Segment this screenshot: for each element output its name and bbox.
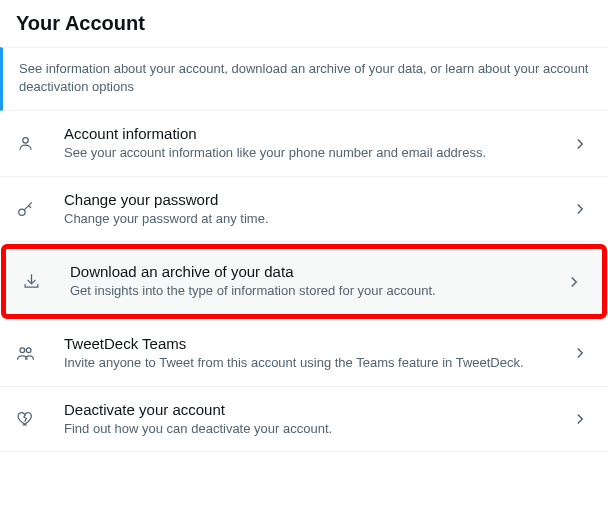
item-desc: See your account information like your p… — [64, 144, 558, 162]
page-header: Your Account — [0, 0, 608, 47]
page-title: Your Account — [16, 12, 592, 35]
item-title: Deactivate your account — [64, 401, 558, 418]
item-tweetdeck-teams[interactable]: TweetDeck Teams Invite anyone to Tweet f… — [0, 321, 608, 387]
highlight-box: Download an archive of your data Get ins… — [1, 244, 607, 319]
chevron-right-icon — [562, 273, 586, 291]
intro-box: See information about your account, down… — [0, 47, 608, 111]
chevron-right-icon — [568, 410, 592, 428]
item-title: TweetDeck Teams — [64, 335, 558, 352]
item-desc: Find out how you can deactivate your acc… — [64, 420, 558, 438]
item-text: Deactivate your account Find out how you… — [64, 401, 568, 438]
item-title: Change your password — [64, 191, 558, 208]
people-icon — [16, 344, 64, 363]
item-download-archive[interactable]: Download an archive of your data Get ins… — [6, 249, 602, 314]
item-text: Account information See your account inf… — [64, 125, 568, 162]
chevron-right-icon — [568, 344, 592, 362]
heartbreak-icon — [16, 409, 64, 428]
item-desc: Invite anyone to Tweet from this account… — [64, 354, 558, 372]
svg-point-2 — [20, 348, 25, 353]
person-icon — [16, 134, 64, 153]
intro-text: See information about your account, down… — [19, 60, 592, 96]
download-icon — [22, 272, 70, 291]
item-title: Download an archive of your data — [70, 263, 552, 280]
item-deactivate-account[interactable]: Deactivate your account Find out how you… — [0, 387, 608, 453]
chevron-right-icon — [568, 135, 592, 153]
item-change-password[interactable]: Change your password Change your passwor… — [0, 177, 608, 243]
item-text: TweetDeck Teams Invite anyone to Tweet f… — [64, 335, 568, 372]
item-text: Change your password Change your passwor… — [64, 191, 568, 228]
svg-point-1 — [19, 209, 25, 215]
item-account-information[interactable]: Account information See your account inf… — [0, 111, 608, 177]
item-title: Account information — [64, 125, 558, 142]
item-desc: Change your password at any time. — [64, 210, 558, 228]
item-text: Download an archive of your data Get ins… — [70, 263, 562, 300]
item-desc: Get insights into the type of informatio… — [70, 282, 552, 300]
chevron-right-icon — [568, 200, 592, 218]
key-icon — [16, 200, 64, 219]
svg-point-3 — [26, 348, 31, 353]
svg-point-0 — [23, 138, 29, 144]
